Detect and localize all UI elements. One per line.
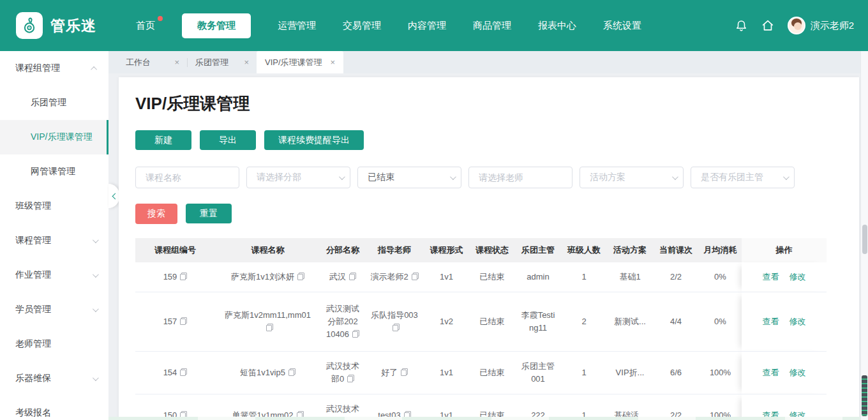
chevron-down-icon [339,174,345,180]
has-manager-select[interactable]: 是否有乐团主管 [691,167,795,188]
select-placeholder: 是否有乐团主管 [701,172,779,183]
nav-item-content[interactable]: 内容管理 [408,20,446,32]
col-activity-plan: 活动方案 [607,238,653,262]
close-icon[interactable]: × [174,57,179,67]
copy-icon[interactable] [297,273,304,280]
nav-item-label: 首页 [136,20,155,31]
copy-icon[interactable] [349,273,356,280]
copy-icon[interactable] [412,273,419,280]
col-branch-name: 分部名称 [320,238,365,262]
nav-item-transactions[interactable]: 交易管理 [343,20,381,32]
activity-plan-select[interactable]: 活动方案 [580,167,684,188]
edit-link[interactable]: 修改 [789,366,806,379]
tab-vip-course[interactable]: VIP/乐理课管理 × [257,51,343,73]
activity-plan: 基础1 [607,262,653,292]
edit-link[interactable]: 修改 [789,271,806,283]
col-monthly-consume: 月均消耗 [699,238,742,262]
table-row: 150 单簧管1v1mm02 武汉技术部0 test03 1v1 已结束 222… [135,394,827,420]
copy-icon[interactable] [347,375,354,382]
renew-reminder-export-button[interactable]: 课程续费提醒导出 [264,130,364,150]
edit-link[interactable]: 修改 [789,315,806,328]
sidebar-item-label: 网管课管理 [31,166,75,177]
close-icon[interactable]: × [331,57,336,67]
course-group-id: 159 [163,272,177,281]
nav-item-academic[interactable]: 教务管理 [182,13,251,38]
sidebar-item-label: 考级报名 [15,407,51,419]
chevron-down-icon [450,174,456,180]
sidebar-item-label: 乐器维保 [15,373,51,384]
branch-select[interactable]: 请选择分部 [246,167,350,188]
class-size: 1 [561,262,607,292]
copy-icon[interactable] [288,368,296,376]
sidebar-item-label: 学员管理 [15,304,51,315]
nav-item-operations[interactable]: 运营管理 [278,20,316,32]
chevron-down-icon [783,174,789,180]
nav-item-reports[interactable]: 报表中心 [538,20,576,32]
nav-item-home[interactable]: 首页 [136,20,155,32]
chevron-down-icon [93,306,99,312]
course-form: 1v1 [424,262,469,292]
sidebar-item-orchestra[interactable]: 乐团管理 [0,86,108,120]
course-name-input[interactable] [146,172,232,183]
sidebar-item-course-group[interactable]: 课程组管理 [0,51,108,86]
sidebar-item-label: 班级管理 [15,200,51,212]
sidebar-item-label: 课程管理 [15,235,51,246]
vertical-scrollbar[interactable] [860,51,868,420]
export-button[interactable]: 导出 [200,130,256,150]
course-status: 已结束 [469,262,515,292]
sidebar-item-exam-registration[interactable]: 考级报名 [0,396,108,420]
status-select[interactable]: 已结束 [357,167,461,188]
col-course-group-id: 课程组编号 [135,238,215,262]
current-lesson: 6/6 [653,352,699,394]
copy-icon[interactable] [180,368,187,376]
horizontal-scroll-strip[interactable] [108,417,860,420]
close-icon[interactable]: × [244,57,249,67]
main-area: 工作台 × 乐团管理 × VIP/乐理课管理 × VIP/乐理课管理 新建 导出… [108,51,868,420]
sidebar-item-course[interactable]: 课程管理 [0,223,108,258]
nav-item-products[interactable]: 商品管理 [473,20,511,32]
sidebar-item-instrument-maintenance[interactable]: 乐器维保 [0,361,108,396]
chevron-up-icon [91,66,97,72]
sidebar-item-vip-course[interactable]: VIP/乐理课管理 [0,120,108,154]
current-lesson: 4/4 [653,292,699,352]
sidebar-item-class[interactable]: 班级管理 [0,189,108,223]
scrollbar-thumb[interactable] [862,225,867,254]
nav-item-settings[interactable]: 系统设置 [603,20,641,32]
current-lesson: 2/2 [653,262,699,292]
app-logo[interactable] [16,12,43,39]
view-link[interactable]: 查看 [763,315,779,328]
home-icon[interactable] [761,19,775,33]
bell-icon[interactable] [735,19,748,33]
sidebar-item-teachers[interactable]: 老师管理 [0,327,108,361]
tab-orchestra[interactable]: 乐团管理 × [188,51,257,73]
copy-icon[interactable] [266,324,273,331]
manager: 222 [515,394,561,420]
select-value: 已结束 [368,172,446,183]
copy-icon[interactable] [180,273,187,280]
sidebar-item-students[interactable]: 学员管理 [0,292,108,327]
teacher-input[interactable] [479,172,565,183]
sidebar-item-online-course[interactable]: 网管课管理 [0,154,108,189]
col-manager: 乐团主管 [515,238,561,262]
copy-icon[interactable] [401,368,408,376]
course-name-filter [135,167,239,188]
copy-icon[interactable] [180,317,187,325]
manager: 李霞Testing11 [515,292,561,352]
sidebar-item-homework[interactable]: 作业管理 [0,258,108,292]
reset-button[interactable]: 重置 [186,204,232,223]
tab-workbench[interactable]: 工作台 × [118,51,187,73]
create-button[interactable]: 新建 [135,130,191,150]
tab-label: VIP/乐理课管理 [265,57,322,68]
course-name: 萨克斯1v2mm11,mm01 [225,310,311,320]
view-link[interactable]: 查看 [763,271,779,283]
main-nav: 首页 教务管理 运营管理 交易管理 内容管理 商品管理 报表中心 系统设置 [136,13,641,38]
search-button[interactable]: 搜索 [135,204,177,224]
view-link[interactable]: 查看 [763,366,779,379]
course-group-id: 157 [163,317,177,326]
monthly-consume: 100% [699,352,742,394]
sidebar-item-label: 作业管理 [15,269,51,281]
copy-icon[interactable] [352,330,359,338]
scrollbar-thumb[interactable] [862,375,867,416]
user-menu[interactable]: 演示老师2 [788,17,854,34]
copy-icon[interactable] [393,324,400,331]
